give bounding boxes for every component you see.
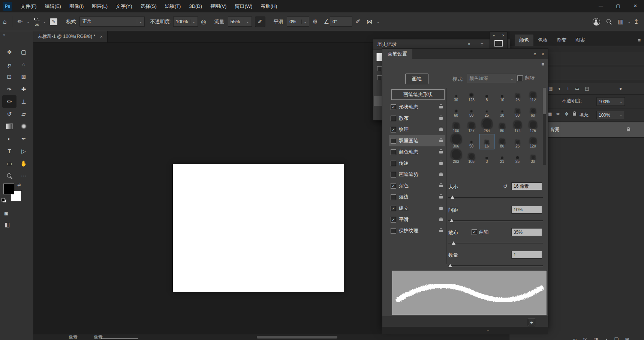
collapse-panel-icon[interactable]: « bbox=[533, 51, 536, 57]
rectangle-tool[interactable]: ▭ bbox=[2, 157, 16, 170]
minimize-button[interactable]: — bbox=[592, 0, 610, 12]
brush-preset-60[interactable]: 60 bbox=[448, 103, 464, 119]
brush-preset-30[interactable]: 30 bbox=[448, 88, 464, 103]
checkbox[interactable]: ✓ bbox=[391, 217, 396, 223]
scatter-input[interactable]: 35% bbox=[511, 228, 542, 236]
collapse-panel-icon[interactable]: » bbox=[468, 41, 470, 47]
share-icon[interactable]: ↥ bbox=[634, 18, 639, 25]
pressure-opacity-icon[interactable]: ◎ bbox=[201, 18, 206, 25]
close-button[interactable]: ✕ bbox=[627, 0, 644, 12]
home-icon[interactable]: ⌂ bbox=[3, 18, 7, 25]
filter-type-layers-icon[interactable]: T bbox=[567, 86, 569, 91]
brush-preset-100[interactable]: 100 bbox=[448, 119, 464, 134]
new-layer-icon[interactable]: ⊞ bbox=[625, 337, 629, 340]
hand-tool[interactable]: ✋ bbox=[16, 157, 31, 170]
slider-thumb[interactable] bbox=[450, 219, 454, 222]
checkbox[interactable] bbox=[391, 228, 396, 234]
both-axes-checkbox[interactable]: ✓ 两轴 bbox=[472, 229, 488, 235]
brush-preset-25[interactable]: 25 bbox=[510, 134, 525, 149]
brush-option-build-up[interactable]: ✓建立 bbox=[389, 203, 445, 214]
healing-brush-tool[interactable]: ✚ bbox=[16, 83, 31, 95]
brushes-button[interactable]: 画笔 bbox=[405, 74, 428, 84]
collapse-panel-icon[interactable]: » bbox=[493, 33, 495, 38]
brush-preset-3[interactable]: 3 bbox=[479, 149, 494, 165]
panel-menu-icon[interactable]: ≡ bbox=[481, 41, 484, 47]
link-layers-icon[interactable]: ∞ bbox=[573, 337, 577, 340]
panel-tab-gradients[interactable]: 渐变 bbox=[552, 35, 571, 46]
panel-tab-swatches[interactable]: 色板 bbox=[533, 35, 552, 46]
angle-input[interactable]: 0° bbox=[330, 17, 352, 27]
foreground-color-swatch[interactable] bbox=[3, 184, 14, 194]
brush-option-texture[interactable]: ✓纹理 bbox=[389, 124, 445, 135]
brush-preset-30[interactable]: 30 bbox=[525, 149, 541, 165]
zoom-tool[interactable] bbox=[2, 170, 16, 182]
quick-mask-icon[interactable]: ◙ bbox=[4, 210, 8, 217]
workspace-icon[interactable]: ▥ bbox=[618, 18, 623, 25]
brush-preset-picker[interactable]: 25 bbox=[33, 17, 41, 27]
brush-option-protect-texture[interactable]: 保护纹理 bbox=[389, 225, 445, 236]
toggle-brush-settings-icon[interactable]: ✎ bbox=[50, 18, 57, 25]
close-panel-icon[interactable]: × bbox=[541, 51, 544, 57]
eraser-tool[interactable]: ▱ bbox=[16, 108, 31, 120]
brush-preset-174[interactable]: 174 bbox=[510, 119, 525, 134]
tab-close-icon[interactable]: × bbox=[100, 34, 103, 39]
brush-preset-25[interactable]: 25 bbox=[479, 103, 494, 119]
more-tools[interactable]: ⋯ bbox=[16, 170, 31, 182]
adjustment-layer-icon[interactable]: ◑ bbox=[605, 337, 608, 340]
menu-3d[interactable]: 3D(D) bbox=[185, 0, 206, 12]
horizontal-scrollbar[interactable] bbox=[257, 336, 337, 338]
layer-effects-icon[interactable]: fx bbox=[583, 337, 587, 340]
layer-opacity-select[interactable]: 100%⌄ bbox=[596, 97, 625, 106]
layer-fill-select[interactable]: 100%⌄ bbox=[596, 111, 625, 119]
brush-preset-175[interactable]: 175 bbox=[525, 119, 541, 134]
opacity-select[interactable]: 100%⌄ bbox=[173, 17, 198, 27]
lock-icon[interactable] bbox=[439, 117, 443, 120]
brush-preset-10[interactable]: 10 bbox=[494, 88, 510, 103]
checkbox[interactable]: ✓ bbox=[391, 127, 396, 132]
pen-tool[interactable]: ✒ bbox=[16, 132, 31, 145]
panel-icon[interactable] bbox=[494, 40, 503, 47]
brush-tool[interactable]: ✏ bbox=[2, 95, 16, 108]
flip-checkbox[interactable]: 翻转 bbox=[517, 75, 535, 81]
lock-icon[interactable] bbox=[439, 151, 443, 153]
search-icon[interactable] bbox=[606, 19, 612, 24]
lock-icon[interactable] bbox=[439, 218, 443, 221]
document-tab[interactable]: 未标题-1 @ 100%(RGB/8) * × bbox=[33, 31, 108, 42]
brush-preset-50[interactable]: 50 bbox=[464, 103, 479, 119]
spacing-slider[interactable] bbox=[448, 218, 543, 223]
airbrush-icon[interactable]: ✐ bbox=[255, 17, 265, 27]
count-input[interactable]: 1 bbox=[511, 251, 542, 259]
brush-preset-123[interactable]: 123 bbox=[464, 88, 479, 103]
maximize-button[interactable]: ▢ bbox=[610, 0, 627, 12]
checkbox[interactable]: ✓ bbox=[391, 206, 396, 211]
filter-smart-objects-icon[interactable]: ▤ bbox=[585, 86, 589, 91]
brush-option-shape-dynamics[interactable]: ✓形状动态 bbox=[389, 101, 445, 113]
scatter-slider[interactable] bbox=[448, 241, 543, 245]
gear-icon[interactable]: ⚙ bbox=[312, 18, 318, 25]
history-state-box[interactable] bbox=[377, 75, 382, 80]
brush-option-wet-edges[interactable]: 湿边 bbox=[389, 191, 445, 203]
crop-tool[interactable]: ⊡ bbox=[2, 71, 16, 83]
layer-lock-icon[interactable] bbox=[627, 129, 630, 131]
account-icon[interactable] bbox=[593, 18, 600, 26]
brush-preset-105[interactable]: 105 bbox=[464, 149, 479, 165]
slider-thumb[interactable] bbox=[452, 241, 455, 245]
default-colors-icon[interactable] bbox=[1, 198, 6, 203]
rect-marquee-tool[interactable]: ▢ bbox=[16, 46, 31, 58]
checkbox[interactable]: ✓ bbox=[472, 229, 477, 235]
menu-image[interactable]: 图像(I) bbox=[65, 0, 88, 12]
brush-preset-25[interactable]: 25 bbox=[510, 88, 525, 103]
scroll-down-chevron-icon[interactable]: ⌄ bbox=[486, 328, 490, 332]
brush-preset-25[interactable]: 25 bbox=[510, 149, 525, 165]
collapse-toolbar-button[interactable]: « bbox=[0, 31, 33, 38]
menu-window[interactable]: 窗口(W) bbox=[231, 0, 256, 12]
checkbox[interactable] bbox=[517, 75, 523, 81]
lock-icon[interactable] bbox=[439, 196, 443, 199]
frame-tool[interactable]: ⊠ bbox=[16, 71, 31, 83]
new-group-icon[interactable]: ❏ bbox=[614, 337, 619, 340]
brush-option-brush-pose[interactable]: 画笔笔势 bbox=[389, 169, 445, 180]
preset-scrollbar[interactable] bbox=[543, 88, 546, 165]
menu-edit[interactable]: 编辑(E) bbox=[41, 0, 65, 12]
tab-brush-settings[interactable]: 画笔设置 bbox=[382, 49, 412, 59]
checkbox[interactable] bbox=[391, 149, 396, 155]
